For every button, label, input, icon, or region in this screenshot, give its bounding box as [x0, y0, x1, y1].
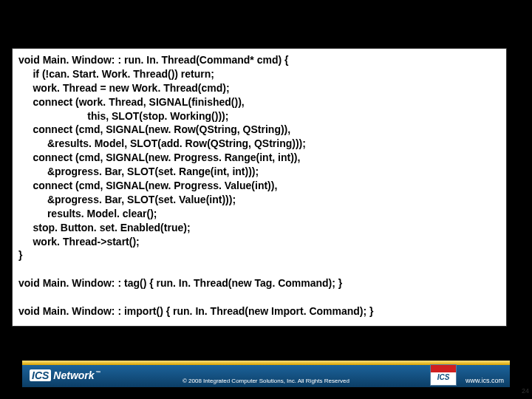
logo-text: ICS: [431, 372, 456, 381]
slide: void Main. Window: : run. In. Thread(Com…: [0, 0, 532, 399]
ics-logo: ICS: [430, 364, 457, 386]
footer-bar: ICS Network ™ © 2008 Integrated Computer…: [22, 361, 510, 387]
code-text: void Main. Window: : run. In. Thread(Com…: [18, 53, 500, 318]
page-number: 24: [522, 387, 529, 395]
trademark: ™: [96, 370, 101, 375]
footer-url: www.ics.com: [466, 377, 504, 384]
code-container: void Main. Window: : run. In. Thread(Com…: [12, 48, 507, 327]
logo-red-bar: [431, 365, 456, 372]
